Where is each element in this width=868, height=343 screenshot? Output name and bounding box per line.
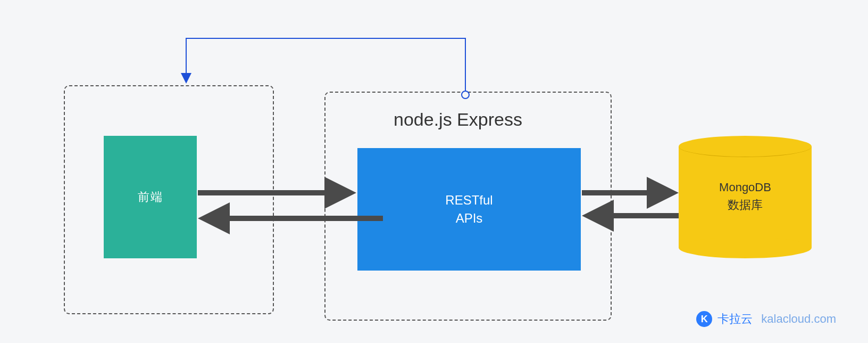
- watermark-logo-icon: K: [696, 311, 712, 327]
- api-label-line1: RESTful: [445, 191, 493, 209]
- cylinder-top: [679, 136, 812, 157]
- frontend-label: 前端: [138, 189, 163, 205]
- top-connector-line: [186, 38, 465, 92]
- database-label: MongoDB 数据库: [679, 178, 812, 214]
- database-name: MongoDB: [679, 178, 812, 196]
- watermark-en: kalacloud.com: [761, 312, 836, 326]
- watermark-logo-initial: K: [701, 314, 708, 325]
- api-block: RESTful APIs: [357, 148, 581, 271]
- watermark-cn: 卡拉云: [717, 311, 753, 327]
- watermark: K 卡拉云 kalacloud.com: [696, 311, 836, 327]
- cylinder-bottom: [679, 237, 812, 258]
- backend-title: node.js Express: [394, 109, 522, 130]
- frontend-block: 前端: [104, 136, 197, 258]
- api-label-line2: APIs: [445, 209, 493, 227]
- api-label: RESTful APIs: [445, 191, 493, 227]
- database-cylinder: MongoDB 数据库: [679, 136, 812, 258]
- database-subtitle: 数据库: [679, 196, 812, 214]
